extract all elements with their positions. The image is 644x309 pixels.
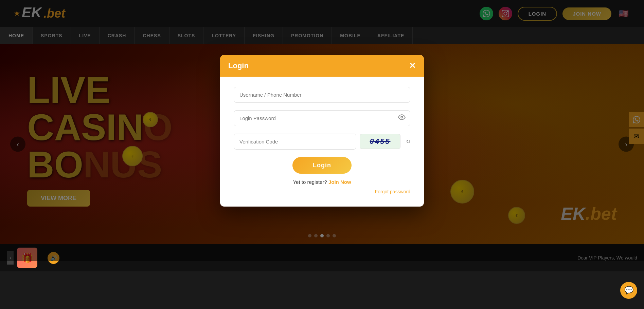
captcha-text: 0455 <box>370 137 391 146</box>
register-prompt: Yet to register? Join Now <box>234 179 410 185</box>
captcha-refresh-button[interactable]: ↻ <box>406 138 410 145</box>
chat-widget[interactable]: 💬 <box>620 282 637 299</box>
svg-point-1 <box>401 116 403 118</box>
modal-close-button[interactable]: ✕ <box>409 61 416 71</box>
modal-title: Login <box>228 61 249 70</box>
captcha-box: 0455 <box>360 134 400 149</box>
verification-group: 0455 ↻ <box>234 134 410 150</box>
join-now-link[interactable]: Join Now <box>328 179 351 185</box>
login-modal: Login ✕ <box>220 55 424 207</box>
modal-login-button[interactable]: Login <box>292 157 352 174</box>
modal-overlay[interactable]: Login ✕ <box>0 0 644 261</box>
modal-header: Login ✕ <box>220 55 424 77</box>
register-text-label: Yet to register? <box>293 179 327 185</box>
password-visibility-toggle[interactable] <box>398 114 406 123</box>
verification-wrapper: 0455 ↻ <box>234 134 410 150</box>
username-group <box>234 87 410 103</box>
modal-body: 0455 ↻ Login Yet to register? Join Now F… <box>220 77 424 207</box>
forgot-password-link[interactable]: Forgot password <box>234 189 410 194</box>
verification-input[interactable] <box>234 134 356 150</box>
password-input[interactable] <box>234 110 410 126</box>
password-group <box>234 110 410 126</box>
username-input[interactable] <box>234 87 410 103</box>
